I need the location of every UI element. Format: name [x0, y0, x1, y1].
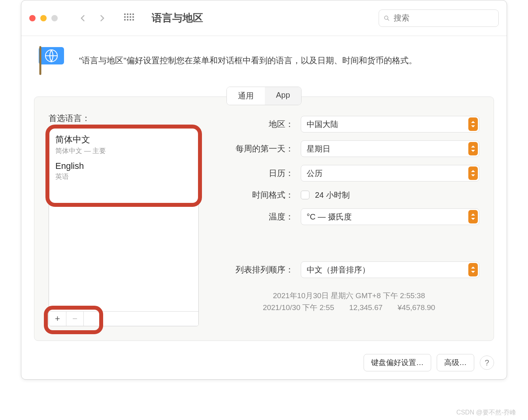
header-description: "语言与地区"偏好设置控制您在菜单和对话框中看到的语言，以及日期、时间和货币的格…: [79, 54, 417, 67]
settings-panel: 首选语言： 简体中文 简体中文 — 主要 English 英语: [34, 96, 494, 341]
toolbar: 语言与地区: [21, 0, 507, 36]
tab-general[interactable]: 通用: [227, 87, 265, 105]
minimize-window-button[interactable]: [40, 15, 47, 21]
list-controls: + −: [49, 311, 198, 326]
preview-line2: 2021/10/30 下午 2:55 12,345.67 ¥45,678.90: [219, 302, 479, 314]
search-field[interactable]: [379, 9, 499, 27]
back-icon[interactable]: [79, 14, 87, 22]
sort-order-select[interactable]: 中文（拼音排序）: [301, 261, 479, 278]
stepper-icon: [468, 166, 478, 180]
time-format-label: 时间格式：: [219, 189, 294, 201]
24hour-label: 24 小时制: [315, 190, 350, 201]
remove-language-button[interactable]: −: [66, 312, 84, 326]
svg-line-1: [387, 19, 389, 20]
window-title: 语言与地区: [152, 11, 203, 25]
language-name: 简体中文: [55, 134, 192, 146]
temperature-label: 温度：: [219, 211, 294, 222]
region-label: 地区：: [219, 119, 294, 130]
preview-line1: 2021年10月30日 星期六 GMT+8 下午 2:55:38: [219, 290, 479, 302]
preferences-window: 语言与地区 "语言与地区"偏好设置控制您在菜单和对话框中看到的语言，以及日期、时…: [21, 0, 507, 380]
stepper-icon: [468, 263, 478, 276]
language-list: 简体中文 简体中文 — 主要 English 英语 + −: [49, 128, 199, 326]
format-preview: 2021年10月30日 星期六 GMT+8 下午 2:55:38 2021/10…: [219, 290, 479, 314]
language-region-icon: [35, 44, 68, 77]
add-language-button[interactable]: +: [49, 312, 66, 326]
calendar-label: 日历：: [219, 168, 294, 179]
firstday-label: 每周的第一天：: [219, 143, 294, 154]
list-item[interactable]: English 英语: [55, 161, 192, 181]
language-name: English: [55, 161, 192, 171]
sort-order-label: 列表排列顺序：: [219, 264, 294, 275]
close-window-button[interactable]: [29, 15, 36, 21]
region-select[interactable]: 中国大陆: [301, 116, 479, 132]
stepper-icon: [468, 117, 478, 131]
nav-buttons: [79, 14, 106, 22]
language-sub: 简体中文 — 主要: [55, 146, 192, 155]
left-column: 首选语言： 简体中文 简体中文 — 主要 English 英语: [49, 113, 199, 326]
preferred-languages-label: 首选语言：: [49, 113, 199, 124]
tab-bar: 通用 App: [21, 87, 507, 105]
list-item[interactable]: 简体中文 简体中文 — 主要: [55, 134, 192, 155]
language-sub: 英语: [55, 172, 192, 181]
footer: 键盘偏好设置… 高级… ?: [364, 354, 494, 371]
24hour-checkbox[interactable]: [301, 191, 309, 199]
tab-app[interactable]: App: [265, 87, 301, 105]
advanced-button[interactable]: 高级…: [437, 354, 474, 371]
keyboard-preferences-button[interactable]: 键盘偏好设置…: [364, 354, 431, 371]
stepper-icon: [468, 142, 478, 155]
watermark: CSDN @要不然-乔峰: [456, 409, 516, 417]
right-column: 地区： 中国大陆 每周的第一天： 星期日 日历： 公历 时间格式： 24 小时制…: [219, 113, 479, 326]
calendar-select[interactable]: 公历: [301, 165, 479, 182]
header: "语言与地区"偏好设置控制您在菜单和对话框中看到的语言，以及日期、时间和货币的格…: [21, 36, 507, 87]
window-controls: [29, 15, 58, 21]
zoom-window-button[interactable]: [51, 15, 58, 21]
temperature-select[interactable]: °C — 摄氏度: [301, 208, 479, 225]
show-all-icon[interactable]: [124, 13, 134, 23]
search-input[interactable]: [394, 13, 494, 23]
forward-icon[interactable]: [98, 14, 106, 22]
help-button[interactable]: ?: [480, 356, 494, 370]
firstday-select[interactable]: 星期日: [301, 140, 479, 157]
search-icon: [384, 14, 390, 22]
stepper-icon: [468, 210, 478, 223]
